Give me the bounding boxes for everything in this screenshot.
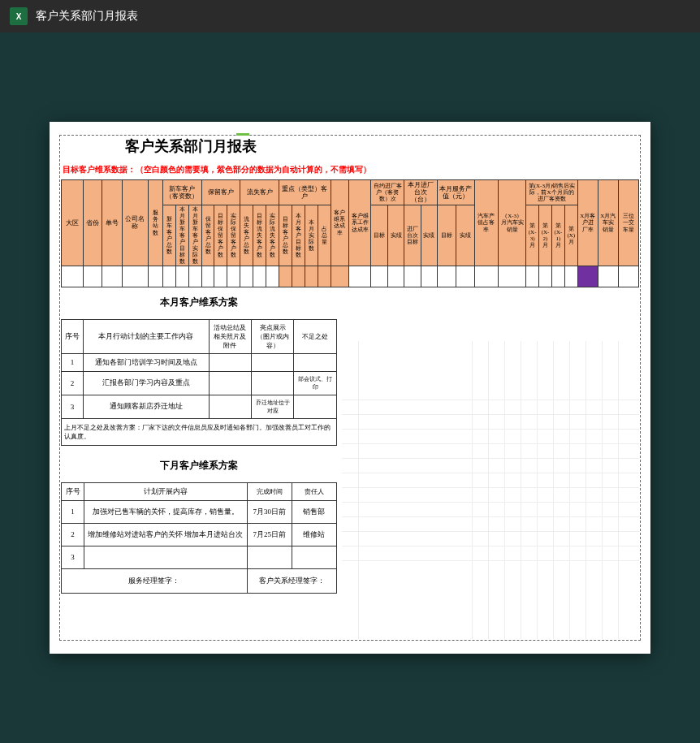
document-page: 客户关系部门月报表 目标客户维系数据：（空白颜色的需要填，紫色部分的数据为自动计… — [50, 122, 650, 654]
h-svc: 服务站数 — [148, 180, 162, 266]
excel-icon: X — [10, 7, 28, 25]
green-marker — [236, 133, 249, 136]
h-first: 第(X-3月)销售后实际，前X个月后的进厂客资数 — [526, 180, 578, 205]
sh-keep2: 目标保留客户数 — [214, 205, 227, 266]
sh-x34: 第(X)月 — [564, 205, 577, 266]
sh-oa: 实绩 — [456, 205, 474, 266]
h-keepcust: 保留客户 — [201, 180, 240, 205]
sh-x32: 第(X-2)月 — [539, 205, 552, 266]
h-single: 单号 — [102, 180, 122, 266]
plan-this-title: 本月客户维系方案 — [61, 287, 337, 318]
h-visit: 本月进厂台次（台） — [404, 180, 438, 205]
sh-lost3: 实际流失客户数 — [266, 205, 279, 266]
sh-lost2: 目标流失客户数 — [253, 205, 266, 266]
h-3in1: 三位一交车量 — [618, 180, 638, 266]
page-title: 客户关系部门月报表 — [110, 136, 272, 156]
plan-next-title: 下月客户维系方案 — [61, 446, 337, 481]
remark-row: 上月不足之处及改善方案：厂家下达的文件信息员应及时通知各部门。加强改善员工对工作… — [62, 418, 337, 445]
h-output: 本月服务产值（元） — [438, 180, 474, 205]
table-row: 3 — [62, 546, 337, 568]
h-keycust: 重点（类型）客户 — [279, 180, 331, 205]
sh-new1: 新车客户总数 — [162, 205, 175, 266]
h-workrate: 客户维系工作达成率 — [349, 180, 371, 266]
sh-x31: 第(X-3)月 — [526, 205, 539, 266]
table-row: 2汇报各部门学习内容及重点部会议式、打印 — [62, 371, 337, 395]
file-title: 客户关系部门月报表 — [36, 9, 138, 24]
table-row: 3通知顾客新店乔迁地址乔迁地址位于对应 — [62, 395, 337, 418]
table-row: 1加强对已售车辆的关怀，提高库存，销售量。7月30日前销售部 — [62, 500, 337, 523]
h-province: 省份 — [84, 180, 102, 266]
h-carcmp: 汽车产值占客率 — [474, 180, 499, 266]
pn-h-content: 计划开展内容 — [84, 482, 248, 500]
plan-this-table: 序号 本月行动计划的主要工作内容 活动总结及相关照片及附件 亮点展示（图片或内容… — [61, 319, 337, 446]
h-xsale: X月汽车实销量 — [598, 180, 618, 266]
table-row: 2增加维修站对进站客户的关怀 增加本月进站台次7月25日前维修站 — [62, 523, 337, 546]
sh-keep1: 保留客户总数 — [201, 205, 214, 266]
sh-x33: 第(X-1)月 — [551, 205, 564, 266]
main-data-table: 大区 省份 单号 公司名称 服务站数 新车客户（客资数） 保留客户 流失客户 重… — [61, 179, 639, 287]
sh-vt: 进厂台次目标 — [404, 205, 421, 266]
auto-calc-cell — [577, 266, 598, 287]
sh-key2: 本月客户目标数 — [292, 205, 305, 266]
pn-h-done: 完成时间 — [247, 482, 292, 500]
sh-et: 目标 — [371, 205, 387, 266]
grid-background — [342, 341, 639, 639]
sh-ot: 目标 — [438, 205, 456, 266]
sh-ea: 实绩 — [387, 205, 404, 266]
h-company: 公司名称 — [122, 180, 148, 266]
h-rate: 客户维系达成率 — [331, 180, 349, 266]
sh-new3: 本月新车客户实际数 — [188, 205, 201, 266]
sh-va: 实绩 — [421, 205, 437, 266]
pt-h-content: 本月行动计划的主要工作内容 — [84, 319, 209, 353]
sign-row: 服务经理签字： 客户关系经理签字： — [62, 568, 337, 593]
pn-h-no: 序号 — [62, 482, 84, 500]
h-lostcust: 流失客户 — [240, 180, 279, 205]
pn-h-owner: 责任人 — [292, 482, 336, 500]
plan-next-table: 序号 计划开展内容 完成时间 责任人 1加强对已售车辆的关怀，提高库存，销售量。… — [61, 482, 337, 594]
sh-new2: 本月新车客户目标数 — [175, 205, 188, 266]
app-toolbar: X 客户关系部门月报表 — [0, 0, 700, 32]
sh-key1: 目标客户总数 — [279, 205, 292, 266]
sh-keep3: 实际保留客户数 — [227, 205, 240, 266]
stage: 客户关系部门月报表 目标客户维系数据：（空白颜色的需要填，紫色部分的数据为自动计… — [0, 32, 700, 743]
h-prev: （X-3）月汽车实销量 — [499, 180, 526, 266]
table-row: 1通知各部门培训学习时间及地点 — [62, 353, 337, 371]
data-row — [62, 266, 639, 287]
h-region: 大区 — [62, 180, 84, 266]
pt-h-summary: 活动总结及相关照片及附件 — [209, 319, 251, 353]
h-newcust: 新车客户（客资数） — [162, 180, 201, 205]
crm-mgr-sign: 客户关系经理签字： — [247, 568, 336, 593]
pt-h-show: 亮点展示（图片或内容） — [251, 319, 294, 353]
pt-h-lack: 不足之处 — [294, 319, 337, 353]
sh-lost1: 流失客户总数 — [240, 205, 253, 266]
red-instruction: 目标客户维系数据：（空白颜色的需要填，紫色部分的数据为自动计算的，不需填写） — [63, 164, 639, 175]
svc-mgr-sign: 服务经理签字： — [62, 568, 248, 593]
h-xmonth: X月客户进厂率 — [577, 180, 598, 266]
pt-h-no: 序号 — [62, 319, 84, 353]
sh-key4: 占总量 — [318, 205, 331, 266]
sh-key3: 本月实际数 — [305, 205, 318, 266]
h-entry: 自约进厂客户（客资数）次 — [371, 180, 404, 205]
